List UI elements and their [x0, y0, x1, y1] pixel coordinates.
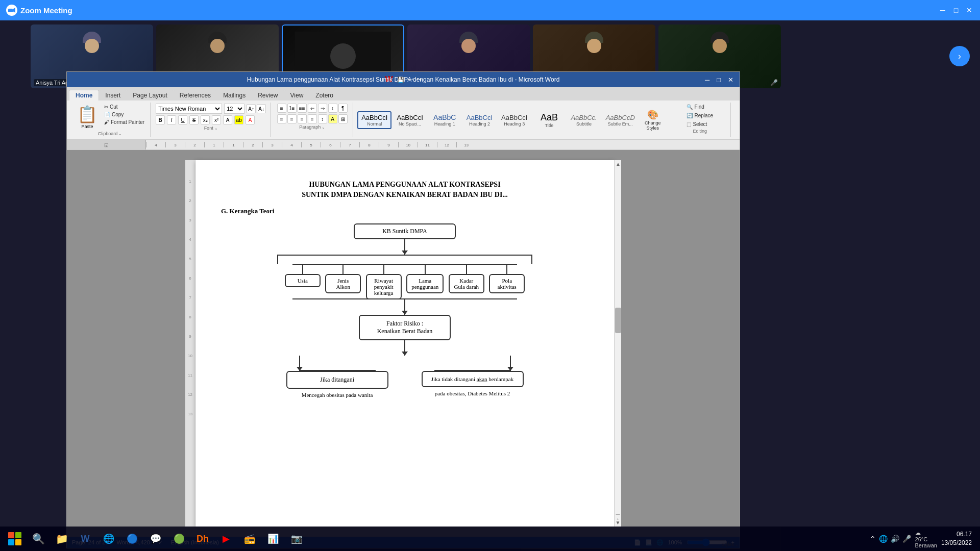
numbering-button[interactable]: 1≡ — [287, 104, 297, 113]
font-size-select[interactable]: 12 — [224, 104, 244, 114]
maximize-button[interactable]: □ — [951, 6, 961, 15]
close-button[interactable]: ✕ — [965, 6, 974, 15]
style-heading-1[interactable]: AaBbC Heading 1 — [428, 111, 461, 129]
ribbon-content: 📋 Paste ✂Cut 📄Copy 🖌Format Painter — [67, 101, 740, 139]
copy-button[interactable]: 📄Copy — [103, 111, 146, 118]
paste-button[interactable]: 📋 Paste — [74, 104, 101, 130]
next-participants-button[interactable]: › — [949, 46, 970, 66]
media-btn[interactable]: 📻 — [239, 528, 260, 549]
style-heading-3[interactable]: AaBbCcI Heading 3 — [498, 112, 531, 129]
justify-button[interactable]: ≡ — [308, 114, 317, 123]
select-button[interactable]: ⬚Select — [685, 121, 715, 128]
italic-button[interactable]: I — [167, 115, 176, 124]
tab-zotero[interactable]: Zotero — [309, 90, 339, 101]
para-expand-icon[interactable]: ⌄ — [322, 125, 325, 130]
word-titlebar: W 💾 ↩ ↪ Hubungan Lama penggunaan Alat Ko… — [67, 72, 740, 87]
word-close-btn[interactable]: ✕ — [726, 76, 736, 84]
clipboard-group: 📋 Paste ✂Cut 📄Copy 🖌Format Painter — [70, 103, 151, 137]
browser2-btn[interactable]: 🟢 — [168, 528, 190, 549]
style-subtitle[interactable]: AaBbCc. Subtitle — [567, 112, 600, 129]
zoom-logo-icon — [6, 5, 17, 16]
weather-icon: ☁ — [915, 530, 921, 536]
editing-group: 🔍Find 🔄Replace ⬚Select Editing — [670, 103, 731, 137]
style-normal[interactable]: AaBbCcI Normal — [357, 111, 391, 129]
ribbon: Home Insert Page Layout References Maili… — [67, 87, 740, 140]
search-taskbar-btn[interactable]: 🔍 — [28, 528, 49, 549]
chrome-btn[interactable]: 🌐 — [98, 528, 119, 549]
vertical-scrollbar[interactable]: ▲ — + ▼ — [614, 160, 621, 527]
clear-format-button[interactable]: A — [223, 115, 232, 124]
scroll-thumb[interactable] — [615, 308, 621, 333]
word-taskbar-btn[interactable]: W — [75, 528, 96, 549]
strikethrough-button[interactable]: S — [189, 115, 199, 124]
style-heading-2[interactable]: AaBbCcI Heading 2 — [463, 112, 496, 129]
bold-button[interactable]: B — [156, 115, 165, 124]
volume-icon[interactable]: 🔊 — [891, 535, 899, 543]
font-color-button[interactable]: A — [246, 115, 255, 124]
replace-button[interactable]: 🔄Replace — [685, 112, 715, 119]
scroll-up-btn[interactable]: ▲ — [615, 160, 621, 168]
sort-button[interactable]: ↕ — [328, 104, 337, 113]
fc-factor-1: Usia — [285, 274, 321, 287]
superscript-button[interactable]: x² — [212, 115, 221, 124]
font-grow-btn[interactable]: A↑ — [247, 104, 256, 113]
whatsapp-btn[interactable]: 💬 — [145, 528, 166, 549]
tab-mailings[interactable]: Mailings — [217, 90, 252, 101]
word-window: W 💾 ↩ ↪ Hubungan Lama penggunaan Alat Ko… — [66, 71, 740, 548]
mute-icon-6: 🎤 — [770, 79, 778, 86]
multilevel-button[interactable]: ≡≡ — [298, 104, 307, 113]
file-explorer-btn[interactable]: 📁 — [51, 528, 72, 549]
tab-page-layout[interactable]: Page Layout — [127, 90, 173, 101]
underline-button[interactable]: U — [178, 115, 187, 124]
word-minimize-btn[interactable]: ─ — [703, 76, 712, 84]
align-center-button[interactable]: ≡ — [287, 114, 297, 123]
font-family-select[interactable]: Times New Roman — [156, 104, 222, 114]
font-group: Times New Roman 12 A↑ A↓ B I U — [152, 103, 271, 137]
fc-factor-6: Polaaktivitas — [489, 274, 525, 293]
text-highlight-button[interactable]: ab — [234, 115, 243, 124]
increase-indent-button[interactable]: ⇒ — [318, 104, 327, 113]
font-expand-icon[interactable]: ⌄ — [214, 126, 218, 131]
style-title[interactable]: AaB Title — [532, 110, 566, 130]
app-dh-btn[interactable]: Dh — [192, 528, 213, 549]
line-spacing-button[interactable]: ↕ — [318, 114, 327, 123]
tab-references[interactable]: References — [174, 90, 217, 101]
start-button[interactable] — [4, 528, 26, 549]
mic-tray-icon[interactable]: 🎤 — [902, 535, 911, 543]
format-painter-button[interactable]: 🖌Format Painter — [103, 119, 146, 126]
tab-review[interactable]: Review — [252, 90, 284, 101]
tray-arrow-icon[interactable]: ⌃ — [870, 535, 876, 543]
camera-btn[interactable]: 📷 — [286, 528, 307, 549]
font-shrink-btn[interactable]: A↓ — [257, 104, 266, 113]
network-icon[interactable]: 🌐 — [879, 535, 888, 543]
tab-insert[interactable]: Insert — [99, 90, 127, 101]
youtube-btn[interactable]: ▶ — [215, 528, 237, 549]
style-no-spacing[interactable]: AaBbCcI No Spaci... — [393, 112, 426, 129]
cut-button[interactable]: ✂Cut — [103, 104, 146, 110]
clipboard-expand-icon[interactable]: ⌄ — [118, 132, 122, 136]
bullets-button[interactable]: ≡ — [277, 104, 286, 113]
show-marks-button[interactable]: ¶ — [338, 104, 348, 113]
style-subtle-em[interactable]: AaBbCcD Subtle Em... — [602, 112, 639, 129]
fc-risk-box: Faktor Risiko : Kenaikan Berat Badan — [359, 315, 451, 340]
taskbar-right: ⌃ 🌐 🔊 🎤 ☁ 26°C Berawan 06.17 13/05/2022 — [870, 530, 976, 548]
section-title: G. Kerangka Teori — [221, 207, 589, 215]
subscript-button[interactable]: x₂ — [201, 115, 210, 124]
tab-home[interactable]: Home — [69, 90, 99, 101]
align-left-button[interactable]: ≡ — [277, 114, 286, 123]
edge-btn[interactable]: 🔵 — [121, 528, 143, 549]
flowchart: KB Suntik DMPA Usia — [221, 223, 589, 398]
tab-view[interactable]: View — [284, 90, 310, 101]
shading-button[interactable]: A — [328, 114, 337, 123]
word-restore-btn[interactable]: □ — [715, 76, 723, 84]
align-right-button[interactable]: ≡ — [298, 114, 307, 123]
presentation-btn[interactable]: 📊 — [262, 528, 284, 549]
find-button[interactable]: 🔍Find — [685, 104, 715, 110]
minimize-button[interactable]: ─ — [938, 6, 947, 15]
scroll-down-btn[interactable]: ▼ — [615, 520, 621, 525]
borders-button[interactable]: ⊞ — [338, 114, 348, 123]
decrease-indent-button[interactable]: ⇐ — [308, 104, 317, 113]
svg-rect-0 — [8, 9, 13, 12]
change-styles-button[interactable]: 🎨 ChangeStyles — [640, 107, 666, 133]
doc-page[interactable]: HUBUNGAN LAMA PENGGUNAAN ALAT KONTRASEPS… — [195, 160, 614, 527]
